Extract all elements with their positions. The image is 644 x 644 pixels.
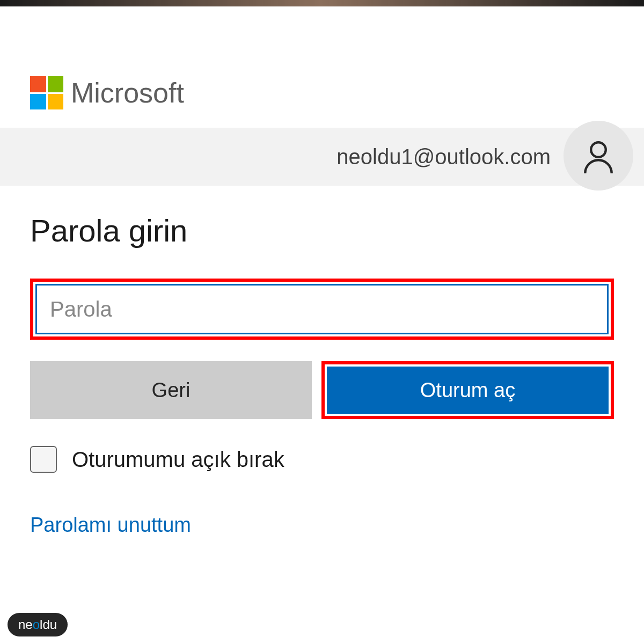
svg-point-0 <box>591 142 606 157</box>
back-button[interactable]: Geri <box>30 361 312 419</box>
keep-signed-label: Oturumumu açık bırak <box>72 448 284 472</box>
button-row: Geri Oturum aç <box>30 361 614 419</box>
signin-button-highlight: Oturum aç <box>321 361 614 419</box>
password-input[interactable] <box>35 284 609 334</box>
forgot-password-link[interactable]: Parolamı unuttum <box>30 514 191 536</box>
account-identity-bar: neoldu1@outlook.com <box>0 128 644 186</box>
window-top-bar <box>0 0 644 6</box>
keep-signed-row: Oturumumu açık bırak <box>30 446 614 473</box>
login-form: Parola girin Geri Oturum aç Oturumumu aç… <box>0 186 644 537</box>
watermark-suffix: ldu <box>40 617 57 632</box>
form-title: Parola girin <box>30 213 614 248</box>
watermark-badge: neoldu <box>8 613 68 636</box>
signin-button[interactable]: Oturum aç <box>327 367 609 414</box>
brand-name: Microsoft <box>71 77 184 109</box>
microsoft-logo-icon <box>30 76 63 109</box>
avatar[interactable] <box>564 121 633 191</box>
watermark-accent: o <box>33 617 40 632</box>
brand-logo-section: Microsoft <box>0 6 644 109</box>
password-input-highlight <box>30 279 614 340</box>
account-email: neoldu1@outlook.com <box>336 145 551 169</box>
watermark-prefix: ne <box>18 617 33 632</box>
keep-signed-checkbox[interactable] <box>30 446 57 473</box>
person-icon <box>581 138 616 173</box>
